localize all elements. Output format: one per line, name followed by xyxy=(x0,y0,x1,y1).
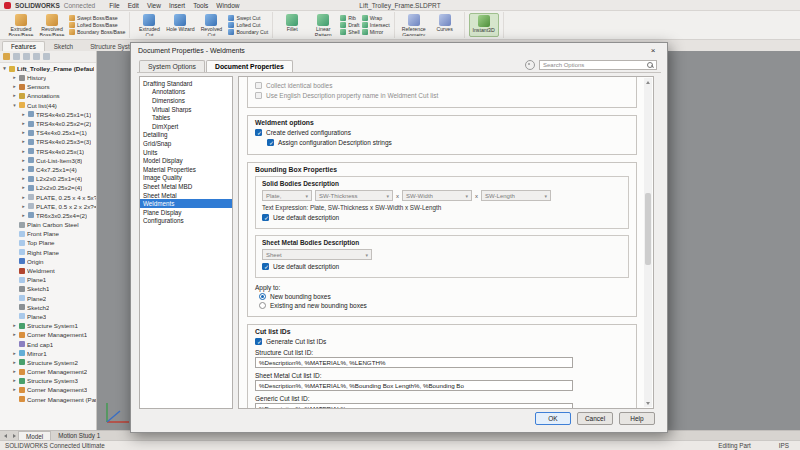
expand-arrow-icon[interactable] xyxy=(21,195,26,200)
checkbox-row[interactable]: Use English Description property name in… xyxy=(255,92,629,99)
checkbox-row[interactable]: Create derived configurations xyxy=(255,129,629,136)
feature-tree-item[interactable]: Cut list(44) xyxy=(0,101,96,110)
expand-arrow-icon[interactable] xyxy=(12,351,17,356)
ribbon-button-small[interactable]: Draft xyxy=(340,22,360,28)
checkbox-row[interactable]: Generate Cut list IDs xyxy=(255,338,629,345)
expand-arrow-icon[interactable] xyxy=(21,213,26,218)
feature-tree-item[interactable]: Sensors xyxy=(0,82,96,91)
ribbon-button[interactable]: Extruded Cut xyxy=(134,13,164,37)
featuremanager-tree-tab-icon[interactable] xyxy=(3,53,10,60)
width-dropdown[interactable]: SW-Width▾ xyxy=(402,190,472,201)
scroll-up-icon[interactable] xyxy=(644,78,652,86)
dialog-titlebar[interactable]: Document Properties - Weldments × xyxy=(131,43,667,58)
expand-arrow-icon[interactable] xyxy=(12,103,17,108)
options-tree-item[interactable]: Material Properties xyxy=(140,165,232,174)
expand-arrow-icon[interactable] xyxy=(12,93,17,98)
feature-tree-item[interactable]: Sketch1 xyxy=(0,284,96,293)
options-tree-item[interactable]: Annotations xyxy=(140,88,232,97)
feature-tree-item[interactable]: C4x7.25x1=(4) xyxy=(0,165,96,174)
radio-option[interactable]: Existing and new bounding boxes xyxy=(259,302,629,309)
command-tab[interactable]: Sketch xyxy=(46,42,81,51)
ribbon-button-small[interactable]: Swept Cut xyxy=(228,15,268,21)
expand-arrow-icon[interactable] xyxy=(12,75,17,80)
gear-icon[interactable] xyxy=(525,60,535,70)
options-tree-item[interactable]: Units xyxy=(140,148,232,157)
feature-tree-item[interactable]: Front Plane xyxy=(0,229,96,238)
feature-tree-item[interactable]: Structure System2 xyxy=(0,358,96,367)
sheet-description-dropdown[interactable]: Sheet▾ xyxy=(262,249,372,260)
thickness-dropdown[interactable]: SW-Thickness▾ xyxy=(315,190,393,201)
dialog-button[interactable]: Cancel xyxy=(577,412,613,425)
feature-tree-item[interactable]: TRS4x4x0.25x2=(2) xyxy=(0,119,96,128)
feature-tree-root[interactable]: Lift_Trolley_Frame (Default<<As M xyxy=(0,63,96,73)
scrollbar-thumb[interactable] xyxy=(645,193,651,265)
menu-item[interactable]: Insert xyxy=(169,2,185,9)
tab-scroll-left-icon[interactable] xyxy=(3,433,9,439)
ribbon-button-small[interactable]: Lofted Boss/Base xyxy=(69,22,125,28)
radio-icon[interactable] xyxy=(259,293,266,300)
feature-tree-item[interactable]: Corner Management1 xyxy=(0,330,96,339)
options-tree-item[interactable]: Sheet Metal MBD xyxy=(140,182,232,191)
options-tree-item[interactable]: Dimensions xyxy=(140,96,232,105)
options-tree-item[interactable]: Sheet Metal xyxy=(140,191,232,200)
options-tree-item[interactable]: DimXpert xyxy=(140,122,232,131)
radio-option[interactable]: New bounding boxes xyxy=(259,293,629,300)
tab-document-properties[interactable]: Document Properties xyxy=(206,60,293,72)
feature-tree-item[interactable]: L2x2x0.25x2=(4) xyxy=(0,183,96,192)
search-options-box[interactable]: Search Options xyxy=(539,60,657,70)
feature-tree-item[interactable]: PLATE, 0.5 x 2 x 2x?=(14) xyxy=(0,202,96,211)
expand-arrow-icon[interactable] xyxy=(12,378,17,383)
options-tree-item[interactable]: Virtual Sharps xyxy=(140,105,232,114)
ribbon-button[interactable]: Reference Geometry xyxy=(399,13,429,37)
text-input[interactable]: %Description%, %MATERIAL%, %LENGTH% xyxy=(255,357,573,368)
checkbox[interactable] xyxy=(262,214,269,221)
checkbox-row[interactable]: Collect identical bodies xyxy=(255,82,629,89)
checkbox-row[interactable]: Use default description xyxy=(262,214,622,221)
ribbon-button-small[interactable]: Intersect xyxy=(362,22,390,28)
ribbon-button[interactable]: Curves xyxy=(430,13,460,37)
feature-tree-item[interactable]: TRS4x4x0.25x3=(3) xyxy=(0,137,96,146)
feature-tree-item[interactable]: Cut-List-Item3(8) xyxy=(0,156,96,165)
feature-tree-item[interactable]: Plain Carbon Steel xyxy=(0,220,96,229)
feature-tree-item[interactable]: PLATE, 0.25 x 4 x 5x?=(2) xyxy=(0,192,96,201)
feature-tree-item[interactable]: Structure System1 xyxy=(0,321,96,330)
feature-tree-item[interactable]: Structure System3 xyxy=(0,376,96,385)
expand-arrow-icon[interactable] xyxy=(21,176,26,181)
scrollbar[interactable] xyxy=(644,78,652,407)
options-tree-item[interactable]: Detailing xyxy=(140,131,232,140)
checkbox[interactable] xyxy=(255,92,262,99)
ribbon-button-small[interactable]: Shell xyxy=(340,29,360,35)
expand-arrow-icon[interactable] xyxy=(21,149,26,154)
dialog-button[interactable]: OK xyxy=(535,412,571,425)
scroll-down-icon[interactable] xyxy=(644,399,652,407)
expand-arrow-icon[interactable] xyxy=(2,66,7,71)
ribbon-button[interactable]: Linear Pattern xyxy=(308,13,338,37)
feature-tree-item[interactable]: Corner Management3 xyxy=(0,385,96,394)
feature-tree-item[interactable]: Origin xyxy=(0,257,96,266)
dialog-button[interactable]: Help xyxy=(619,412,655,425)
expand-arrow-icon[interactable] xyxy=(12,323,17,328)
expand-arrow-icon[interactable] xyxy=(12,387,17,392)
options-tree-item[interactable]: Configurations xyxy=(140,217,232,226)
checkbox[interactable] xyxy=(255,82,262,89)
options-tree-item[interactable]: Weldments xyxy=(140,199,232,208)
command-tab[interactable]: Features xyxy=(2,41,45,51)
menu-item[interactable]: File xyxy=(109,2,119,9)
menu-item[interactable]: View xyxy=(147,2,161,9)
feature-tree-item[interactable]: Sketch2 xyxy=(0,303,96,312)
description-prefix-dropdown[interactable]: Plate,▾ xyxy=(262,190,312,201)
ribbon-button-small[interactable]: Swept Boss/Base xyxy=(69,15,125,21)
feature-tree-item[interactable]: L2x2x0.25x1=(4) xyxy=(0,174,96,183)
ribbon-button[interactable]: Extruded Boss/Base xyxy=(6,13,36,37)
ribbon-button[interactable]: Instant3D xyxy=(469,13,499,37)
checkbox-row[interactable]: Assign configuration Description strings xyxy=(267,139,629,146)
options-tree-item[interactable]: Grid/Snap xyxy=(140,139,232,148)
menu-item[interactable]: Tools xyxy=(193,2,208,9)
expand-arrow-icon[interactable] xyxy=(21,121,26,126)
expand-arrow-icon[interactable] xyxy=(12,84,17,89)
ribbon-button-small[interactable]: Boundary Cut xyxy=(228,29,268,35)
menu-item[interactable]: Window xyxy=(216,2,239,9)
ribbon-button-small[interactable]: Mirror xyxy=(362,29,390,35)
expand-arrow-icon[interactable] xyxy=(21,204,26,209)
ribbon-button-small[interactable]: Rib xyxy=(340,15,360,21)
